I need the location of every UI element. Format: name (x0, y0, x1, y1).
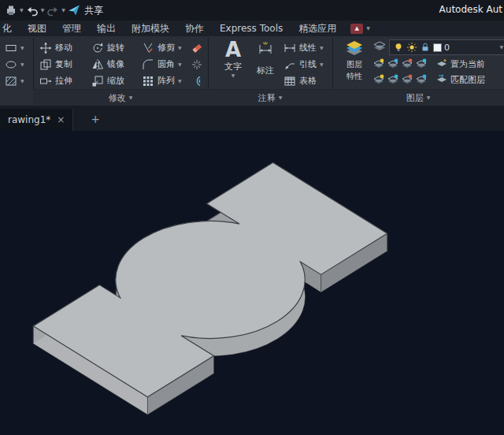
ellipse-tool[interactable]: ▼ (5, 56, 24, 72)
dimension-button[interactable]: 标注 (250, 41, 280, 76)
hatch-tool[interactable]: ▼ (5, 72, 24, 89)
text-dropdown-icon[interactable]: ▼ (232, 73, 235, 78)
layer-properties-label-1: 图层 (346, 59, 362, 70)
undo-dropdown-icon[interactable]: ▼ (41, 8, 45, 13)
match-layer-button[interactable]: 匹配图层 (436, 72, 485, 87)
text-label: 文字 (224, 61, 242, 72)
leader-dropdown-icon[interactable]: ▼ (320, 62, 324, 67)
array-icon (142, 75, 154, 87)
rectangle-dropdown-icon[interactable]: ▼ (20, 46, 24, 50)
file-tab-bar: rawing1* × + (0, 106, 504, 132)
layers-panel-expand-icon[interactable]: ▼ (427, 95, 431, 100)
ribbon-tab-manage[interactable]: 管理 (54, 20, 89, 36)
erase-button[interactable] (191, 39, 203, 56)
copy-button[interactable]: 复制 (39, 56, 72, 72)
ellipse-dropdown-icon[interactable]: ▼ (20, 62, 24, 67)
share-plane-icon[interactable] (68, 4, 80, 17)
ribbon-tab-featured-apps[interactable]: 精选应用 (291, 20, 344, 36)
drawing-tab-close-icon[interactable]: × (57, 114, 65, 125)
offset-button[interactable] (191, 72, 203, 89)
layer-select-dropdown-icon[interactable]: ▼ (499, 45, 503, 50)
ribbon: ▼ ▼ ▼ 移动 复制 拉伸 (0, 36, 504, 106)
ribbon-tab-collaborate[interactable]: 协作 (177, 20, 212, 36)
layer-tool-walk-icon[interactable] (416, 74, 427, 85)
table-icon (284, 75, 296, 87)
stretch-icon (39, 75, 52, 87)
undo-icon[interactable] (26, 4, 39, 17)
quick-access-toolbar: ▼ ▼ ▼ 共享 (0, 4, 103, 17)
draw-panel-partial: ▼ ▼ ▼ (0, 36, 33, 106)
annotate-panel-expand-icon[interactable]: ▼ (279, 95, 283, 100)
annotate-panel-label[interactable]: 注释 ▼ (208, 89, 332, 106)
scale-label: 缩放 (107, 75, 124, 87)
drawing-canvas[interactable] (0, 131, 504, 435)
layer-tool-thaw-icon[interactable] (387, 74, 398, 85)
trim-button[interactable]: 修剪 ▼ (142, 39, 182, 56)
ribbon-toggle-dropdown-icon[interactable]: ▼ (366, 26, 370, 31)
rectangle-tool[interactable]: ▼ (5, 39, 24, 56)
share-label[interactable]: 共享 (84, 4, 103, 17)
set-current-button[interactable]: 置为当前 (436, 57, 485, 71)
redo-dropdown-icon[interactable]: ▼ (61, 8, 65, 13)
text-button[interactable]: A 文字 ▼ (217, 39, 249, 78)
layer-select[interactable]: 0 ▼ (389, 39, 504, 55)
layer-tool-isolate-icon[interactable] (387, 58, 398, 69)
move-button[interactable]: 移动 (39, 39, 72, 56)
rotate-button[interactable]: 旋转 (91, 39, 124, 56)
layer-color-swatch[interactable] (433, 43, 442, 52)
ribbon-tab-view[interactable]: 视图 (20, 20, 54, 36)
layer-on-bulb-icon[interactable] (393, 42, 404, 53)
match-layer-label: 匹配图层 (450, 74, 485, 86)
ellipse-icon (5, 58, 17, 71)
layer-properties-button[interactable]: 图层 特性 (339, 39, 370, 82)
plot-dropdown-icon[interactable]: ▼ (20, 8, 24, 13)
explode-button[interactable] (191, 56, 203, 72)
linear-dim-icon (284, 42, 296, 54)
ribbon-display-toggle[interactable]: ▲ (350, 24, 363, 34)
fillet-button[interactable]: 圆角 ▼ (142, 56, 182, 72)
ribbon-tab-partial[interactable]: 化 (0, 20, 20, 36)
new-drawing-tab-button[interactable]: + (88, 112, 102, 126)
array-dropdown-icon[interactable]: ▼ (178, 79, 182, 84)
layer-tool-lock-icon[interactable] (416, 58, 427, 69)
layer-properties-label-2: 特性 (346, 71, 362, 82)
linear-dim-label: 线性 (299, 42, 317, 54)
hatch-icon (5, 75, 17, 87)
layer-tool-off-icon[interactable] (402, 58, 413, 69)
plot-icon[interactable] (5, 4, 17, 17)
move-label: 移动 (55, 42, 72, 54)
layer-unlock-icon[interactable] (420, 42, 431, 53)
layer-thaw-sun-icon[interactable] (406, 42, 417, 53)
copy-icon (39, 58, 52, 71)
ribbon-tab-output[interactable]: 输出 (89, 20, 124, 36)
scale-icon (91, 75, 104, 87)
linear-dim-button[interactable]: 线性 ▼ (284, 39, 324, 56)
annotate-panel: A 文字 ▼ 标注 线性 ▼ 引线 ▼ 表格 注释 (208, 36, 332, 106)
scale-button[interactable]: 缩放 (91, 72, 124, 89)
ribbon-tab-addins[interactable]: 附加模块 (124, 20, 177, 36)
layers-panel-label[interactable]: 图层 ▼ (332, 89, 504, 106)
layer-tool-unlock2-icon[interactable] (402, 74, 413, 85)
set-current-label: 置为当前 (450, 58, 485, 70)
layer-tool-freeze-icon[interactable] (373, 58, 384, 69)
modify-panel-label[interactable]: 修改 ▼ (33, 89, 208, 106)
erase-icon (191, 42, 203, 54)
layers-panel: 图层 特性 0 ▼ 置为当前 (332, 36, 504, 106)
drawing-tab[interactable]: rawing1* × (0, 109, 73, 131)
layer-tool-freeze2-icon[interactable] (373, 74, 384, 85)
redo-icon[interactable] (46, 4, 59, 17)
hatch-dropdown-icon[interactable]: ▼ (20, 79, 24, 84)
trim-dropdown-icon[interactable]: ▼ (178, 46, 182, 50)
array-label: 阵列 (158, 75, 175, 87)
text-icon: A (225, 39, 241, 60)
linear-dropdown-icon[interactable]: ▼ (320, 46, 324, 50)
table-button[interactable]: 表格 (284, 72, 324, 89)
layer-states-icon[interactable] (373, 40, 386, 53)
modify-panel-expand-icon[interactable]: ▼ (129, 95, 133, 100)
fillet-dropdown-icon[interactable]: ▼ (178, 62, 182, 67)
ribbon-tab-express-tools[interactable]: Express Tools (212, 20, 291, 36)
mirror-button[interactable]: 镜像 (91, 56, 124, 72)
array-button[interactable]: 阵列 ▼ (142, 72, 182, 89)
leader-button[interactable]: 引线 ▼ (284, 56, 324, 72)
stretch-button[interactable]: 拉伸 (39, 72, 72, 89)
